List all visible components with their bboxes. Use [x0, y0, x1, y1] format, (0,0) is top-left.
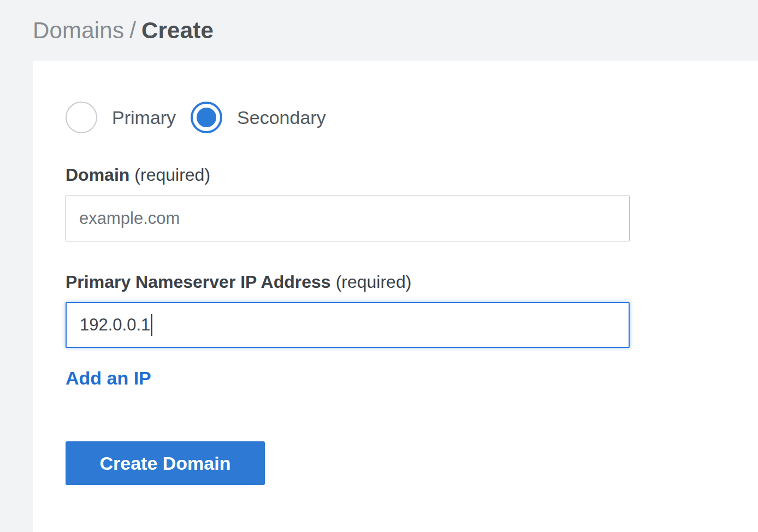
domain-field: Domain(required): [66, 164, 725, 241]
primary-ns-ip-label: Primary Nameserver IP Address(required): [66, 271, 725, 294]
domain-label-text: Domain: [66, 165, 129, 185]
primary-ns-ip-input[interactable]: 192.0.0.1: [66, 302, 630, 348]
add-ip-link[interactable]: Add an IP: [66, 368, 151, 389]
primary-ns-ip-label-text: Primary Nameserver IP Address: [66, 272, 331, 292]
radio-unselected-icon[interactable]: [66, 102, 97, 133]
breadcrumb-domains[interactable]: Domains: [33, 17, 124, 43]
radio-label-primary: Primary: [112, 107, 176, 128]
primary-ns-ip-value: 192.0.0.1: [80, 315, 150, 335]
radio-label-secondary: Secondary: [237, 107, 326, 128]
radio-option-primary[interactable]: Primary: [66, 102, 176, 133]
domain-required-note: (required): [134, 165, 210, 185]
domain-input[interactable]: [66, 196, 630, 241]
breadcrumb-current: Create: [141, 17, 214, 43]
create-domain-panel: Primary Secondary Domain(required) Prima…: [33, 61, 758, 532]
breadcrumb-separator: /: [129, 17, 136, 43]
domain-type-radio-group: Primary Secondary: [66, 102, 725, 133]
breadcrumb: Domains/Create: [33, 19, 214, 42]
radio-option-secondary[interactable]: Secondary: [191, 102, 326, 133]
text-caret: [151, 314, 152, 336]
radio-dot: [197, 108, 216, 127]
radio-selected-icon[interactable]: [191, 102, 222, 133]
primary-ns-ip-required-note: (required): [336, 272, 412, 292]
domain-label: Domain(required): [66, 164, 725, 187]
primary-ns-ip-field: Primary Nameserver IP Address(required) …: [66, 271, 725, 348]
top-bar: Domains/Create: [0, 0, 758, 61]
create-domain-button[interactable]: Create Domain: [66, 441, 265, 485]
